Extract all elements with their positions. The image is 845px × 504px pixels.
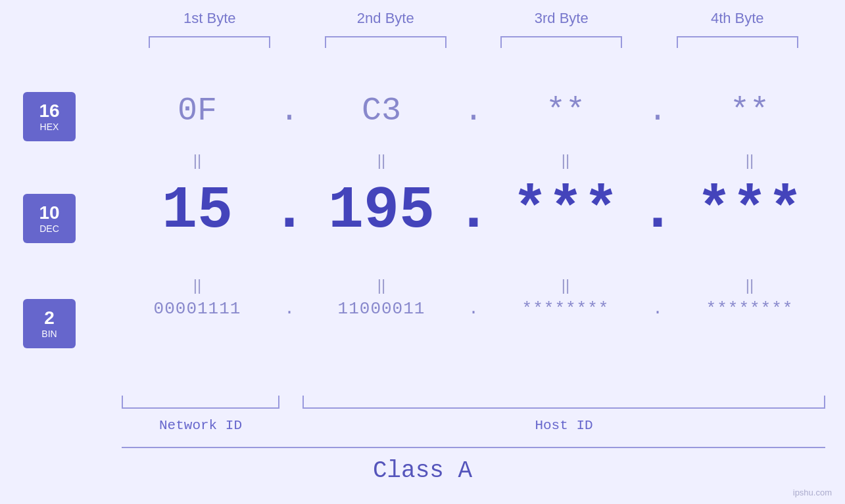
bin-base-name: BIN [41, 329, 57, 339]
dec-val-3: *** [490, 177, 641, 244]
bin-val-1: 00001111 [122, 299, 273, 319]
top-bracket-3 [500, 36, 622, 48]
network-id-label: Network ID [122, 418, 279, 433]
eq1-4: || [674, 151, 825, 170]
eq1-3: || [490, 151, 641, 170]
hex-sep-1: . [273, 92, 306, 129]
bin-val-2: 11000011 [306, 299, 457, 319]
hex-sep-3: . [641, 92, 674, 129]
class-label: Class A [0, 457, 845, 484]
top-bracket-4 [677, 36, 798, 48]
eq1-1: || [122, 151, 273, 170]
bin-sep-3: . [641, 299, 674, 319]
dec-sep-1: . [273, 177, 306, 244]
eq2-3: || [490, 276, 641, 294]
byte-header-3: 3rd Byte [496, 10, 627, 27]
byte-header-1: 1st Byte [144, 10, 276, 27]
dec-sep-3: . [641, 177, 674, 244]
eq2-1: || [122, 276, 273, 294]
top-bracket-1 [149, 36, 270, 48]
byte-header-4: 4th Byte [671, 10, 803, 27]
eq2-4: || [674, 276, 825, 294]
dec-base-number: 10 [39, 204, 59, 222]
hex-val-2: C3 [306, 92, 457, 129]
hex-val-3: ** [490, 92, 641, 129]
class-bracket-line [122, 447, 825, 448]
hex-base-number: 16 [39, 102, 59, 120]
hex-sep-2: . [457, 92, 490, 129]
top-bracket-2 [325, 36, 447, 48]
hex-val-1: 0F [122, 92, 273, 129]
host-id-bracket [302, 396, 825, 409]
bin-sep-2: . [457, 299, 490, 319]
bin-val-4: ******** [674, 299, 825, 319]
hex-val-4: ** [674, 92, 825, 129]
bin-val-3: ******** [490, 299, 641, 319]
dec-val-1: 15 [122, 177, 273, 244]
dec-base-name: DEC [39, 223, 59, 234]
bin-base-number: 2 [44, 309, 55, 327]
eq2-2: || [306, 276, 457, 294]
bin-badge: 2 BIN [23, 299, 76, 348]
dec-val-4: *** [674, 177, 825, 244]
watermark: ipshu.com [793, 488, 832, 497]
byte-header-2: 2nd Byte [320, 10, 451, 27]
dec-sep-2: . [457, 177, 490, 244]
host-id-label: Host ID [302, 418, 825, 433]
network-id-bracket [122, 396, 279, 409]
bin-sep-1: . [273, 299, 306, 319]
hex-base-name: HEX [40, 122, 59, 132]
dec-badge: 10 DEC [23, 194, 76, 243]
dec-val-2: 195 [306, 177, 457, 244]
eq1-2: || [306, 151, 457, 170]
hex-badge: 16 HEX [23, 92, 76, 141]
